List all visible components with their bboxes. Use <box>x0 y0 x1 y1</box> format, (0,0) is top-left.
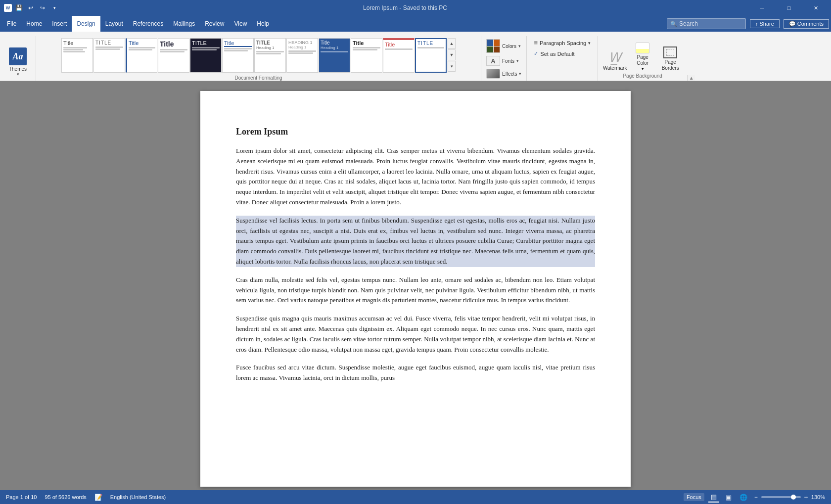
doc-formatting-label: Document Formatting <box>234 75 282 81</box>
style-item-10[interactable]: Title <box>383 38 415 73</box>
save-qat-btn[interactable]: 💾 <box>14 3 24 13</box>
word-icon: W <box>4 4 12 12</box>
menu-review[interactable]: Review <box>200 16 229 32</box>
ribbon-scroll[interactable]: ▲ <box>687 75 695 81</box>
gallery-more-arrow[interactable]: ▾ <box>448 61 456 72</box>
share-button[interactable]: ↑ Share <box>750 19 780 28</box>
effects-dropdown-icon: ▾ <box>519 71 521 76</box>
comments-icon: 💬 <box>789 21 796 27</box>
view-print-btn[interactable]: ▣ <box>723 492 734 503</box>
style-gallery: Title TITLE Title Title <box>61 38 447 73</box>
effects-icon <box>486 69 500 79</box>
page-background-label: Page Background <box>623 73 662 79</box>
colors-button[interactable]: Colors ▾ <box>485 38 522 54</box>
menu-references[interactable]: References <box>128 16 168 32</box>
themes-group: Aa Themes ▾ <box>4 36 36 81</box>
style-item-6[interactable]: TITLE Heading 1 <box>254 38 286 73</box>
effects-button[interactable]: Effects ▾ <box>485 68 522 80</box>
menu-insert[interactable]: Insert <box>47 16 72 32</box>
search-icon: 🔍 <box>670 21 677 27</box>
colors-fonts-content: Colors ▾ A Fonts ▾ Effects ▾ <box>485 38 522 80</box>
search-placeholder: Search <box>679 20 698 27</box>
style-item-4[interactable]: TITLE <box>190 38 222 73</box>
colors-dropdown-icon: ▾ <box>518 44 521 48</box>
watermark-button[interactable]: W̲ Watermark <box>602 50 628 72</box>
page-color-icon <box>636 43 649 53</box>
menu-bar: File Home Insert Design Layout Reference… <box>0 16 831 32</box>
status-bar-right: Focus ▤ ▣ 🌐 － ＋ 130% <box>684 492 825 503</box>
style-item-1[interactable]: TITLE <box>93 38 125 73</box>
fonts-icon: A <box>486 56 500 66</box>
view-web-btn[interactable]: 🌐 <box>738 492 749 503</box>
style-item-9[interactable]: Title <box>351 38 382 73</box>
menu-view[interactable]: View <box>230 16 252 32</box>
page-borders-button[interactable]: Page Borders <box>657 46 683 72</box>
gallery-arrows: ▲ ▼ ▾ <box>448 38 456 72</box>
page-color-button[interactable]: PageColor ▾ <box>630 42 655 72</box>
document-paragraph-0[interactable]: Lorem ipsum dolor sit amet, consectetur … <box>236 146 595 208</box>
comments-button[interactable]: 💬 Comments <box>784 19 829 29</box>
themes-dropdown-arrow: ▾ <box>17 72 19 77</box>
colors-fonts-group: Colors ▾ A Fonts ▾ Effects ▾ <box>481 36 527 81</box>
style-item-2[interactable]: Title <box>126 38 157 73</box>
title-bar: W 💾 ↩ ↪ ▾ Lorem Ipsum - Saved to this PC… <box>0 0 831 16</box>
undo-qat-btn[interactable]: ↩ <box>26 3 36 13</box>
zoom-slider[interactable] <box>761 496 801 498</box>
page-borders-icon <box>663 46 677 58</box>
style-item-11[interactable]: Title <box>415 38 447 73</box>
document-page: Lorem Ipsum Lorem ipsum dolor sit amet, … <box>200 91 631 487</box>
zoom-out-btn[interactable]: － <box>753 493 759 502</box>
language: English (United States) <box>110 494 166 500</box>
menu-mailings[interactable]: Mailings <box>168 16 200 32</box>
document-paragraph-1[interactable]: Suspendisse vel facilisis lectus. In por… <box>236 216 595 267</box>
style-gallery-content: Title TITLE Title Title <box>61 38 456 74</box>
close-btn[interactable]: ✕ <box>804 0 827 16</box>
set-as-default-label: Set as Default <box>540 51 574 57</box>
paragraph-spacing-button[interactable]: ≡ Paragraph Spacing ▾ <box>531 38 594 47</box>
themes-content: Aa Themes ▾ <box>6 38 30 78</box>
menu-help[interactable]: Help <box>252 16 274 32</box>
menu-file[interactable]: File <box>2 16 21 32</box>
style-item-7[interactable]: HEADING 1 Heading 1 <box>286 38 318 73</box>
menu-design[interactable]: Design <box>72 16 100 32</box>
page-color-label: PageColor <box>637 54 648 66</box>
menu-layout[interactable]: Layout <box>100 16 128 32</box>
maximize-btn[interactable]: □ <box>778 0 800 16</box>
share-icon: ↑ <box>755 21 758 27</box>
fonts-button[interactable]: A Fonts ▾ <box>485 55 520 67</box>
redo-qat-btn[interactable]: ↪ <box>38 3 47 13</box>
document-paragraph-2[interactable]: Cras diam nulla, molestie sed felis vel,… <box>236 275 595 306</box>
view-read-btn[interactable]: ▤ <box>708 492 719 503</box>
paragraph-spacing-label: Paragraph Spacing <box>540 40 586 46</box>
customize-qat-btn[interactable]: ▾ <box>49 3 59 13</box>
themes-icon: Aa <box>9 47 27 65</box>
set-as-default-button[interactable]: ✓ Set as Default <box>531 49 577 58</box>
page-borders-label: Page Borders <box>659 59 681 71</box>
document-formatting-group: Title TITLE Title Title <box>36 36 481 81</box>
minimize-btn[interactable]: ─ <box>751 0 774 16</box>
proofing-icon: 📝 <box>94 494 102 501</box>
document-paragraph-4[interactable]: Fusce faucibus sed arcu vitae dictum. Su… <box>236 363 595 383</box>
gallery-down-arrow[interactable]: ▼ <box>448 49 456 60</box>
style-item-3[interactable]: Title <box>158 38 189 73</box>
zoom-thumb[interactable] <box>791 495 796 500</box>
page-info: Page 1 of 10 <box>6 494 37 500</box>
style-item-default[interactable]: Title <box>61 38 93 73</box>
fonts-dropdown-icon: ▾ <box>516 58 519 63</box>
colors-label: Colors <box>502 44 516 49</box>
paragraph-spacing-group: ≡ Paragraph Spacing ▾ ✓ Set as Default <box>527 36 598 81</box>
menu-home[interactable]: Home <box>21 16 47 32</box>
document-title: Lorem Ipsum <box>236 127 595 137</box>
style-item-5[interactable]: Title <box>222 38 254 73</box>
word-count: 95 of 5626 words <box>45 494 86 500</box>
zoom-in-btn[interactable]: ＋ <box>803 493 809 502</box>
search-box[interactable]: 🔍 Search <box>667 18 746 29</box>
gallery-up-arrow[interactable]: ▲ <box>448 38 456 49</box>
themes-button[interactable]: Aa Themes ▾ <box>6 46 30 78</box>
document-paragraph-3[interactable]: Suspendisse quis magna quis mauris maxim… <box>236 314 595 355</box>
page-background-group: W̲ Watermark PageColor ▾ P <box>598 36 687 81</box>
themes-label: Themes <box>9 66 27 72</box>
focus-label[interactable]: Focus <box>684 493 704 501</box>
style-item-8[interactable]: Title Heading 1 <box>319 38 350 73</box>
colors-swatch-icon <box>486 39 500 53</box>
